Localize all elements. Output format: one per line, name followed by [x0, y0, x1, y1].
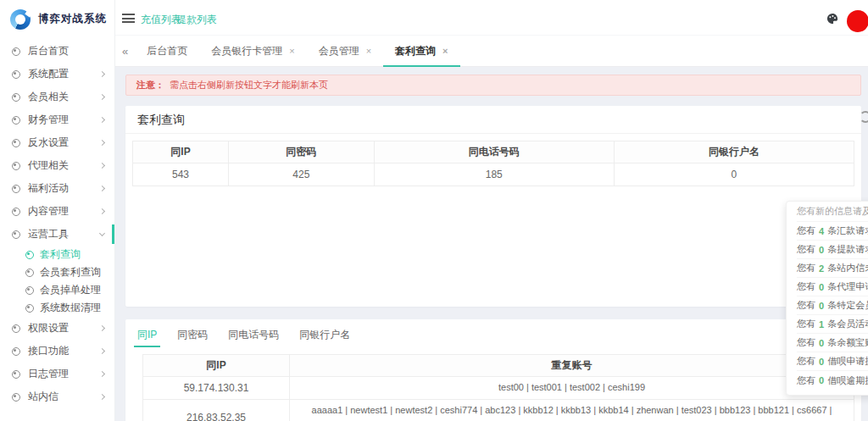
circle-icon [12, 393, 20, 402]
circle-icon [12, 185, 20, 193]
arbitrage-detail-panel: 同IP 同密码 同电话号码 同银行户名 同IP 重复账号 59.174.130.… [125, 319, 861, 421]
col-same-phone: 同电话号码 [374, 141, 614, 163]
sidebar-menu: 后台首页 系统配置 会员相关 财务管理 反水设置 [0, 38, 114, 408]
sidebar-item-content[interactable]: 内容管理 [0, 200, 114, 223]
arbitrage-summary-panel: 套利查询 同IP 同密码 同电话号码 同银行户名 543 425 185 0 [125, 106, 861, 307]
notification-item-withdrawals[interactable]: 您有0条提款请求未处理 [797, 241, 868, 259]
sidebar-item-logs[interactable]: 日志管理 [0, 363, 114, 385]
chevron-right-icon [99, 186, 105, 191]
sidebar-subitem-member-order-fix[interactable]: 会员掉单处理 [0, 281, 114, 299]
circle-icon [12, 116, 20, 125]
sidebar-item-rebate[interactable]: 反水设置 [0, 131, 114, 154]
notice-text: 需点击右侧刷新按钮文字才能刷新本页 [170, 79, 328, 91]
notification-count: 0 [819, 245, 824, 255]
summary-header-row: 同IP 同密码 同电话号码 同银行户名 [133, 141, 854, 163]
detail-table: 同IP 重复账号 59.174.130.31 test00 | test001 … [142, 354, 854, 421]
tab-member-mgmt[interactable]: 会员管理 × [307, 36, 383, 67]
summary-table: 同IP 同密码 同电话号码 同银行户名 543 425 185 0 [132, 141, 854, 186]
circle-icon [25, 269, 34, 277]
withdraw-list-link[interactable]: 提款列表 [176, 13, 217, 27]
notification-popup: 您有新的信息请及时处理 您有4条汇款请求未处理 您有0条提款请求未处理 您有2条… [786, 201, 868, 396]
close-icon[interactable]: × [289, 46, 294, 56]
accounts-cell: test00 | test001 | test002 | ceshi199 [290, 377, 854, 400]
notification-item-yuebao[interactable]: 您有0条余额宝购买提醒 [797, 334, 868, 352]
sidebar: 博弈对战系统 后台首页 系统配置 会员相关 财务管理 [0, 0, 115, 421]
notification-item-agent-apply[interactable]: 您有0条代理申请未处理 [797, 278, 868, 296]
collapse-tabs-icon[interactable]: « [122, 46, 128, 57]
notification-count: 0 [819, 282, 824, 292]
detail-tab-same-phone[interactable]: 同电话号码 [228, 328, 279, 349]
notification-item-member-activity[interactable]: 您有1条会员活动申请 [797, 315, 868, 334]
circle-icon [12, 324, 20, 333]
notification-count: 2 [819, 263, 824, 274]
detail-tab-same-password[interactable]: 同密码 [177, 328, 208, 349]
close-icon[interactable]: × [366, 46, 371, 56]
sidebar-subitem-system-data-clean[interactable]: 系统数据清理 [0, 299, 114, 317]
circle-icon [12, 162, 20, 170]
circle-icon [12, 47, 20, 56]
sidebar-item-agent[interactable]: 代理相关 [0, 154, 114, 177]
sidebar-item-welfare[interactable]: 福利活动 [0, 177, 114, 200]
close-icon[interactable]: × [442, 46, 448, 56]
chevron-right-icon [99, 117, 105, 123]
table-row: 59.174.130.31 test00 | test001 | test002… [143, 377, 854, 400]
col-duplicate-accounts: 重复账号 [290, 355, 854, 377]
notification-item-messages[interactable]: 您有2条站内信未处理 [797, 259, 868, 278]
user-avatar[interactable] [847, 10, 868, 32]
chevron-right-icon [99, 348, 105, 354]
detail-tabs: 同IP 同密码 同电话号码 同银行户名 [125, 319, 861, 349]
notification-item-member-login[interactable]: 您有0条特定会员登录提醒 [797, 296, 868, 315]
chevron-right-icon [99, 71, 105, 77]
same-ip-count: 543 [133, 163, 229, 186]
col-same-ip: 同IP [133, 141, 229, 163]
same-phone-count: 185 [374, 163, 614, 186]
notification-item-loan-apply[interactable]: 您有0借呗申请提醒 [797, 352, 868, 371]
sidebar-item-interface[interactable]: 接口功能 [0, 340, 114, 363]
sidebar-item-home[interactable]: 后台首页 [0, 40, 114, 63]
recharge-list-link[interactable]: 充值列表 [141, 13, 181, 27]
detail-tab-same-ip[interactable]: 同IP [137, 328, 157, 349]
sidebar-subitem-arbitrage-query[interactable]: 套利查询 [0, 246, 114, 263]
circle-icon [12, 93, 20, 102]
circle-icon [25, 304, 34, 313]
notification-header: 您有新的信息请及时处理 [797, 202, 868, 222]
tab-arbitrage-query[interactable]: 套利查询 × [383, 36, 459, 67]
chevron-right-icon [99, 325, 105, 331]
notification-count: 0 [819, 375, 824, 385]
sidebar-item-finance[interactable]: 财务管理 [0, 108, 114, 131]
sidebar-item-permissions[interactable]: 权限设置 [0, 317, 114, 340]
refresh-icon[interactable] [860, 111, 868, 123]
hamburger-menu-icon[interactable] [122, 14, 135, 23]
detail-tab-same-bank-name[interactable]: 同银行户名 [299, 328, 350, 349]
app-window: 博弈对战系统 后台首页 系统配置 会员相关 财务管理 [0, 0, 868, 421]
notification-count: 0 [819, 301, 824, 311]
summary-value-row: 543 425 185 0 [133, 163, 854, 186]
ip-cell: 216.83.52.35 [143, 400, 290, 421]
chevron-right-icon [99, 208, 105, 214]
theme-palette-icon[interactable] [826, 13, 838, 25]
sidebar-item-system-config[interactable]: 系统配置 [0, 63, 114, 86]
sidebar-item-member[interactable]: 会员相关 [0, 86, 114, 108]
notice-banner: 注意： 需点击右侧刷新按钮文字才能刷新本页 [125, 75, 861, 96]
circle-icon [12, 139, 20, 147]
col-same-bank-name: 同银行户名 [614, 141, 854, 163]
notification-count: 0 [819, 338, 824, 348]
col-same-password: 同密码 [228, 141, 374, 163]
notification-item-loan-overdue[interactable]: 您有0借呗逾期提醒 [797, 371, 868, 390]
sidebar-item-messages[interactable]: 站内信 [0, 385, 114, 408]
circle-icon [12, 70, 20, 79]
notification-count: 0 [819, 357, 824, 367]
tab-home[interactable]: 后台首页 [135, 36, 199, 67]
chevron-right-icon [99, 94, 105, 100]
tab-bank-card-mgmt[interactable]: 会员银行卡管理 × [199, 36, 306, 67]
same-bank-name-count: 0 [614, 163, 854, 186]
sidebar-item-operations[interactable]: 运营工具 [0, 223, 114, 246]
sidebar-subitem-member-arbitrage-query[interactable]: 会员套利查询 [0, 263, 114, 281]
panel-title: 套利查询 [125, 106, 861, 134]
notification-item-remittance[interactable]: 您有4条汇款请求未处理 [797, 222, 868, 241]
chevron-right-icon [99, 163, 105, 169]
col-same-ip: 同IP [143, 355, 290, 377]
tab-bar: « 后台首页 会员银行卡管理 × 会员管理 × 套利查询 × [115, 36, 868, 67]
logo-row: 博弈对战系统 [0, 0, 114, 38]
chevron-down-icon [99, 230, 105, 236]
